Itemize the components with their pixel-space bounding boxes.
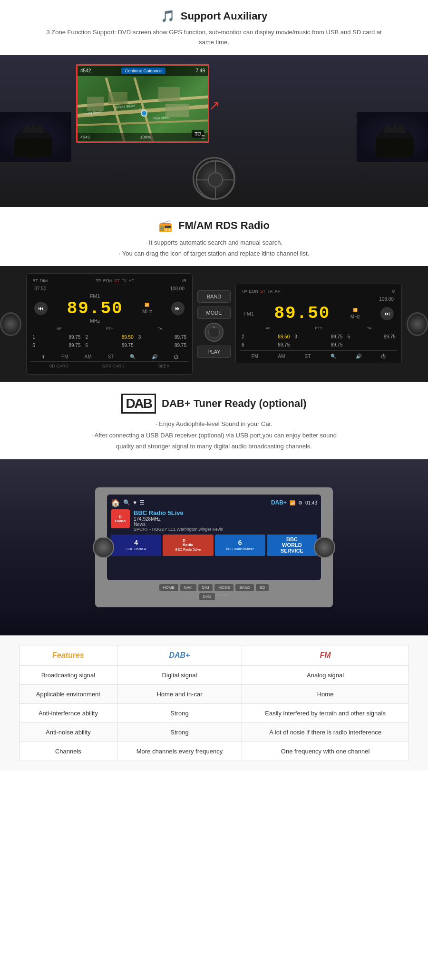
- feature-5: Channels: [19, 742, 117, 761]
- svg-text:Strand Street: Strand Street: [115, 104, 135, 109]
- dab-desc1: · Enjoy Audiophile-level Sound in your C…: [38, 418, 390, 429]
- label-sdcard: SD CARD: [49, 364, 69, 368]
- btn-volume[interactable]: 🔊: [152, 354, 157, 359]
- radio-left-knob[interactable]: [0, 312, 21, 336]
- dab-btn-dim[interactable]: DIM: [198, 584, 213, 591]
- ind-eon: EON: [103, 278, 113, 283]
- freq-left-label: 87.50: [34, 286, 46, 291]
- dab-station-6music[interactable]: 6 BBC Radio 6Music: [215, 535, 265, 556]
- svg-rect-6: [108, 92, 127, 104]
- ind-right-misc: ⚙: [392, 289, 396, 294]
- freq-display-right: 89.50: [274, 304, 330, 323]
- fm-5: One frequency with one channel: [242, 742, 409, 761]
- gps-time: 7:49: [196, 68, 205, 73]
- band-button[interactable]: BAND: [197, 290, 231, 303]
- preset-3[interactable]: 389.75: [136, 334, 188, 341]
- auxiliary-title: Support Auxiliary: [181, 10, 268, 22]
- red-arrow-annotation: ↗: [209, 98, 220, 113]
- dab-knob-left[interactable]: [93, 536, 114, 558]
- dab-section: DAB DAB+ Tuner Ready (optional) · Enjoy …: [0, 382, 428, 459]
- radio-indicators-right-top: TP EON ST TA AF: [242, 289, 280, 294]
- menu-icon-dab: ☰: [139, 499, 145, 506]
- home-icon: 🏠: [111, 498, 120, 507]
- radio-bottom-bar-left: ⏸ FM AM ST 🔍 🔊 ⏻: [30, 351, 188, 360]
- preset-r-3[interactable]: 389.75: [292, 333, 344, 340]
- btn-volume-r[interactable]: 🔊: [356, 354, 361, 359]
- radio-right-knob[interactable]: [407, 312, 428, 336]
- dab-station-5live[interactable]: DRadio BBC Radio 5Live: [163, 535, 213, 556]
- preset-6[interactable]: 689.75: [83, 342, 135, 349]
- btn-am[interactable]: AM: [84, 354, 91, 359]
- dab-station-4[interactable]: 4 BBC Radio 4: [111, 535, 161, 556]
- freq-right-r: 108.00: [379, 297, 394, 302]
- dab-btn-mode[interactable]: MODE: [214, 584, 233, 591]
- preset-1[interactable]: 189.75: [30, 334, 82, 341]
- dab-station-grid: 4 BBC Radio 4 DRadio BBC Radio 5Live 6 B…: [111, 535, 317, 556]
- mode-button[interactable]: MODE: [197, 307, 231, 319]
- ind-eon-r: EON: [249, 289, 259, 294]
- preset-r-empty[interactable]: 89.75: [292, 341, 344, 348]
- dab-btn-eq[interactable]: EQ: [256, 584, 269, 591]
- center-knob[interactable]: [204, 323, 224, 342]
- indicator-dim: DIM: [40, 278, 48, 283]
- gps-menu-icon: ☰: [201, 135, 205, 139]
- dab-btn-navi[interactable]: NAVI: [180, 584, 196, 591]
- ta-label-r: TA: [367, 326, 371, 330]
- radio-desc1: · It supports automatic search and manua…: [38, 237, 390, 248]
- station-logo: DRadio: [111, 509, 130, 528]
- dab-btn-dvd[interactable]: DVD: [199, 593, 215, 600]
- btn-search[interactable]: 🔍: [130, 354, 136, 359]
- dab-btn-band[interactable]: BAND: [235, 584, 253, 591]
- preset-r-2[interactable]: 289.50: [240, 333, 292, 340]
- btn-am-r[interactable]: AM: [278, 354, 285, 359]
- preset-r-5[interactable]: 589.75: [346, 333, 398, 340]
- btn-st-r[interactable]: ST: [305, 354, 311, 359]
- dab-car-frame: 🏠 🔍 ♥ ☰ DAB+ 📶 ⚙ 01:43 DRadio BB: [95, 487, 333, 607]
- indicator-ir: IR: [182, 278, 186, 283]
- gps-screen: 4542 Continue Guidance 7:49: [78, 66, 208, 141]
- preset-empty[interactable]: 89.75: [136, 342, 188, 349]
- th-dab: DAB+: [117, 645, 242, 665]
- table-row: Anti-noise ability Strong A lot of nosie…: [19, 723, 409, 742]
- icon-wifi-right: 📶: [353, 308, 358, 312]
- btn-power[interactable]: ⏻: [174, 354, 178, 359]
- prev-button-left[interactable]: ⏮: [34, 302, 48, 315]
- station-label-5-text: BBC Radio 5Live: [175, 547, 202, 552]
- dab-btn-home[interactable]: HOME: [159, 584, 178, 591]
- dab-1: Digital signal: [117, 665, 242, 684]
- car-interior-image: 4542 Continue Guidance 7:49: [0, 55, 428, 207]
- btn-st[interactable]: ST: [107, 354, 114, 359]
- gps-number: 4542: [80, 68, 91, 73]
- play-button[interactable]: PLAY: [197, 346, 231, 358]
- btn-fm[interactable]: FM: [61, 354, 68, 359]
- table-row: Channels More channels every frequency O…: [19, 742, 409, 761]
- auxiliary-title-row: 🎵 Support Auxiliary: [38, 10, 390, 23]
- preset-5[interactable]: 589.75: [30, 342, 82, 349]
- btn-search-r[interactable]: 🔍: [331, 354, 336, 359]
- dab-station-world[interactable]: BBCWORLDSERVICE: [267, 535, 317, 556]
- freq-display-left: 89.50: [67, 299, 123, 318]
- btn-fm-r[interactable]: FM: [252, 354, 258, 359]
- radio-bottom-bar-right: FM AM ST 🔍 🔊 ⏻: [240, 350, 398, 360]
- fm-4: A lot of nosie if there is radio interfe…: [242, 723, 409, 742]
- freq-unit-left: MHz: [67, 318, 123, 324]
- dab-knob-right[interactable]: [314, 536, 335, 558]
- next-button-left[interactable]: ⏭: [171, 302, 185, 315]
- btn-power-r[interactable]: ⏻: [381, 354, 386, 359]
- search-icon-dab: 🔍: [123, 499, 130, 506]
- radio-controls-center: BAND MODE PLAY: [197, 290, 231, 358]
- ind-tp-r: TP: [242, 289, 247, 294]
- svg-rect-5: [87, 97, 104, 111]
- dab-plus-badge: DAB+: [271, 499, 287, 506]
- preset-2[interactable]: 289.50: [83, 334, 135, 341]
- dab-title-row: DAB DAB+ Tuner Ready (optional): [38, 394, 390, 414]
- next-button-right[interactable]: ⏭: [380, 307, 394, 320]
- ta-label: TA: [158, 327, 163, 331]
- table-header-row: Features DAB+ FM: [19, 645, 409, 665]
- dab-image-block: 🏠 🔍 ♥ ☰ DAB+ 📶 ⚙ 01:43 DRadio BB: [0, 459, 428, 635]
- indicator-bt: BT: [32, 278, 38, 283]
- fm-label-left: FM1: [67, 293, 123, 299]
- fm-3: Easily interfered by terrain and other s…: [242, 703, 409, 723]
- btn-pause[interactable]: ⏸: [40, 354, 45, 359]
- preset-r-6[interactable]: 689.75: [240, 341, 292, 348]
